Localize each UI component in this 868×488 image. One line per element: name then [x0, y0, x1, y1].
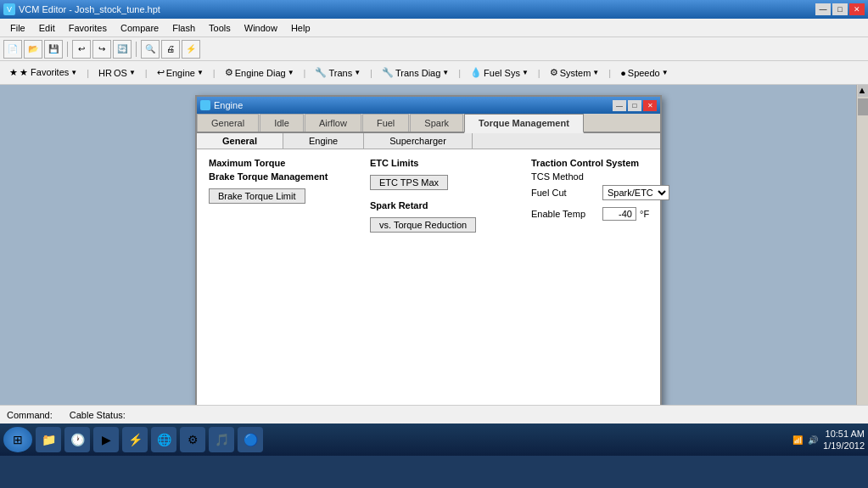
engine-window: Engine — □ ✕ General Idle Airflow Fuel S…: [195, 95, 662, 416]
menu-window[interactable]: Window: [238, 21, 284, 35]
fuel-cut-row: Fuel Cut Spark/ETC Fuel Cut Spark Only: [531, 185, 667, 200]
toolbar-open[interactable]: 📂: [24, 40, 42, 59]
taskbar-icon-clock[interactable]: 🕐: [64, 427, 90, 452]
system-icon: ⚙: [550, 67, 558, 78]
enable-temp-value: -40: [602, 207, 636, 221]
trans-icon: 🔧: [315, 67, 327, 78]
nav-system[interactable]: ⚙ System ▼: [544, 65, 606, 81]
toolbar-sep1: [67, 42, 68, 57]
nav-engine[interactable]: ↩ Engine ▼: [151, 65, 210, 81]
app-title-bar: V VCM Editor - Josh_stock_tune.hpt — □ ✕: [0, 0, 868, 19]
etc-limits-label: ETC Limits: [370, 158, 506, 168]
taskbar-icon-play[interactable]: ▶: [93, 427, 119, 452]
taskbar-icon-settings[interactable]: ⚙: [180, 427, 205, 452]
tab-fuel[interactable]: Fuel: [362, 114, 409, 132]
tab-idle[interactable]: Idle: [260, 114, 304, 132]
right-section: Traction Control System TCS Method Fuel …: [531, 158, 667, 233]
tcs-title: Traction Control System: [531, 158, 667, 168]
taskbar-icon-ie[interactable]: 🌐: [151, 427, 176, 452]
sub-tab-engine[interactable]: Engine: [283, 133, 364, 149]
nav-trans[interactable]: 🔧 Trans ▼: [309, 65, 367, 81]
nav-sep5: |: [458, 68, 461, 78]
trans-diag-icon: 🔧: [382, 67, 394, 78]
tab-general[interactable]: General: [197, 114, 259, 132]
nav-sep0: |: [87, 68, 89, 78]
main-scrollbar[interactable]: ▲: [856, 85, 868, 416]
start-button[interactable]: ⊞: [3, 427, 32, 452]
spark-retard-label: Spark Retard: [370, 200, 506, 210]
brake-torque-limit-btn[interactable]: Brake Torque Limit: [209, 188, 305, 204]
maximize-button[interactable]: □: [832, 3, 848, 15]
tab-airflow[interactable]: Airflow: [305, 114, 361, 132]
engine-diag-icon: ⚙: [225, 67, 233, 78]
nav-fuel-sys[interactable]: 💧 Fuel Sys ▼: [464, 65, 535, 81]
nav-sep7: |: [608, 68, 611, 78]
taskbar-icon-folder[interactable]: 📁: [36, 427, 61, 452]
sub-tab-general[interactable]: General: [197, 133, 283, 149]
app-title: VCM Editor - Josh_stock_tune.hpt: [19, 4, 160, 14]
nav-speedo[interactable]: ● Speedo ▼: [614, 65, 675, 81]
nav-sep1: |: [145, 68, 148, 78]
toolbar-refresh[interactable]: 🔄: [113, 40, 132, 59]
command-label: Command:: [7, 410, 53, 420]
toolbar-print[interactable]: 🖨: [161, 40, 180, 59]
nav-trans-diag-label: Trans Diag: [395, 68, 440, 78]
nav-favorites-arrow: ▼: [70, 69, 77, 76]
menu-help[interactable]: Help: [284, 21, 317, 35]
menu-edit[interactable]: Edit: [32, 21, 62, 35]
tab-spark[interactable]: Spark: [410, 114, 463, 132]
speedo-icon: ●: [620, 68, 626, 78]
engine-title-bar: Engine — □ ✕: [197, 97, 660, 114]
sub-tab-supercharger[interactable]: Supercharger: [364, 133, 473, 149]
menu-flash[interactable]: Flash: [165, 21, 202, 35]
spark-etc-select[interactable]: Spark/ETC Fuel Cut Spark Only: [602, 185, 669, 200]
toolbar-sep2: [136, 42, 137, 57]
scrollbar-up-btn[interactable]: ▲: [858, 85, 868, 97]
nav-engine-diag[interactable]: ⚙ Engine Diag ▼: [219, 65, 300, 81]
taskbar-icon-flash[interactable]: ⚡: [122, 427, 148, 452]
toolbar: 📄 📂 💾 ↩ ↪ 🔄 🔍 🖨 ⚡: [0, 37, 868, 61]
toolbar-back[interactable]: ↩: [72, 40, 91, 59]
nav-engine-diag-label: Engine Diag: [235, 68, 286, 78]
engine-window-icon: [200, 100, 210, 110]
cable-status-label: Cable Status:: [70, 410, 126, 420]
taskbar-icon-music[interactable]: 🎵: [209, 427, 234, 452]
menu-compare[interactable]: Compare: [114, 21, 165, 35]
engine-close-btn[interactable]: ✕: [643, 100, 657, 111]
etc-tps-max-btn[interactable]: ETC TPS Max: [370, 175, 448, 190]
vs-torque-reduction-btn[interactable]: vs. Torque Reduction: [370, 217, 476, 233]
menu-file[interactable]: File: [3, 21, 32, 35]
menu-tools[interactable]: Tools: [202, 21, 238, 35]
taskbar-icon-web[interactable]: 🔵: [238, 427, 263, 452]
engine-window-title: Engine: [214, 100, 243, 110]
sub-tab-row: General Engine Supercharger: [197, 133, 660, 149]
toolbar-new[interactable]: 📄: [3, 40, 22, 59]
enable-temp-label: Enable Temp: [531, 209, 599, 219]
engine-minimize-btn[interactable]: —: [613, 100, 626, 111]
toolbar-extra[interactable]: ⚡: [182, 40, 200, 59]
toolbar-save[interactable]: 💾: [44, 40, 63, 59]
tab-torque-management[interactable]: Torque Management: [464, 114, 584, 133]
toolbar-search[interactable]: 🔍: [141, 40, 160, 59]
os-icon: HR: [98, 68, 112, 78]
scrollbar-thumb[interactable]: [858, 98, 868, 115]
nav-engine-label: Engine: [166, 68, 195, 78]
menu-favorites[interactable]: Favorites: [62, 21, 114, 35]
taskbar: ⊞ 📁 🕐 ▶ ⚡ 🌐 ⚙ 🎵 🔵 📶 🔊 10:51 AM 1/19/2012: [0, 423, 868, 456]
close-button[interactable]: ✕: [849, 3, 865, 15]
app-status-bar: Command: Cable Status:: [0, 405, 868, 423]
nav-fuel-sys-label: Fuel Sys: [484, 68, 520, 78]
star-icon: ★: [9, 67, 18, 78]
brake-torque-label: Brake Torque Management: [209, 171, 344, 182]
toolbar-fwd[interactable]: ↪: [92, 40, 111, 59]
nav-os[interactable]: HR OS ▼: [92, 65, 142, 81]
minimize-button[interactable]: —: [815, 3, 831, 15]
nav-sep6: |: [538, 68, 540, 78]
nav-system-label: System: [560, 68, 591, 78]
nav-favorites[interactable]: ★ ★ Favorites ▼: [3, 65, 83, 81]
engine-icon: ↩: [157, 67, 165, 78]
nav-trans-diag[interactable]: 🔧 Trans Diag ▼: [376, 65, 455, 81]
taskbar-time-display: 10:51 AM: [823, 428, 865, 440]
nav-favorites-label: ★ Favorites: [20, 67, 69, 78]
engine-maximize-btn[interactable]: □: [628, 100, 641, 111]
